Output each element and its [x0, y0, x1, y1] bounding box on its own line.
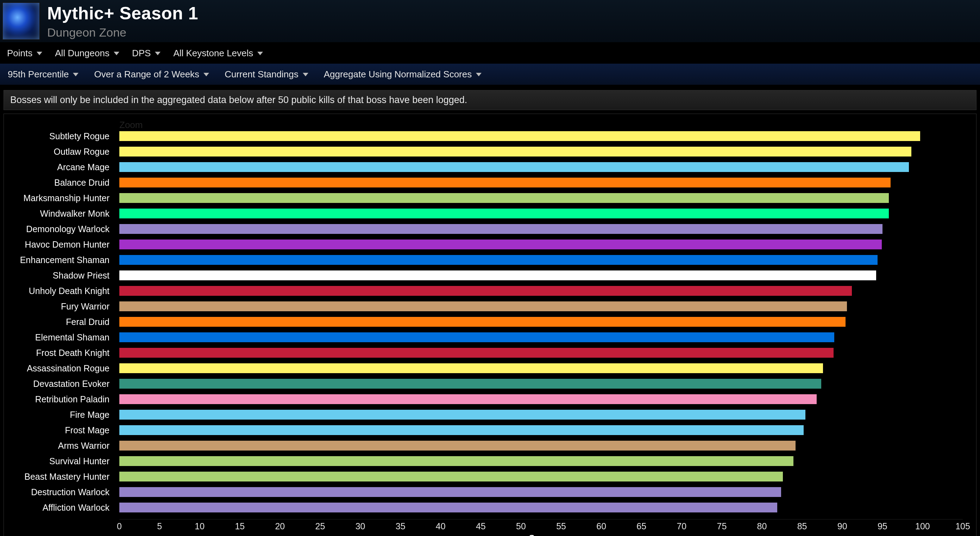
- chart-bar[interactable]: [119, 394, 817, 404]
- dropdown-metric[interactable]: Points: [7, 48, 42, 59]
- dropdown-role[interactable]: DPS: [132, 48, 161, 59]
- chart-row-bar-area: [119, 348, 963, 358]
- page-header: Mythic+ Season 1 Dungeon Zone: [0, 0, 980, 43]
- chart-row-label: Beast Mastery Hunter: [10, 472, 112, 482]
- chart-row-bar-area: [119, 441, 963, 450]
- chart-row-bar-area: [119, 456, 963, 466]
- x-tick: 70: [676, 521, 686, 531]
- chart-bar[interactable]: [119, 162, 909, 172]
- chart-row[interactable]: Unholy Death Knight: [119, 284, 963, 298]
- chart-bar[interactable]: [119, 224, 883, 234]
- chart-bar[interactable]: [119, 193, 889, 203]
- chart-row[interactable]: Shadow Priest: [119, 269, 963, 282]
- chart-bar[interactable]: [119, 332, 834, 342]
- chart-plot-area[interactable]: Zoom Subtlety RogueOutlaw RogueArcane Ma…: [10, 120, 970, 536]
- chart-bar[interactable]: [119, 178, 891, 187]
- chart-row[interactable]: Marksmanship Hunter: [119, 191, 963, 205]
- dropdown-aggregate-label: Aggregate Using Normalized Scores: [324, 69, 472, 80]
- chart-row[interactable]: Devastation Evoker: [119, 377, 963, 390]
- chevron-down-icon: [476, 73, 482, 76]
- chart-row[interactable]: Destruction Warlock: [119, 485, 963, 499]
- chevron-down-icon: [303, 73, 309, 76]
- chart-row[interactable]: Elemental Shaman: [119, 331, 963, 344]
- chart-row[interactable]: Fire Mage: [119, 408, 963, 421]
- chart-row[interactable]: Outlaw Rogue: [119, 145, 963, 158]
- chart-bar[interactable]: [119, 472, 783, 482]
- chart-row[interactable]: Feral Druid: [119, 315, 963, 328]
- chart-row[interactable]: Demonology Warlock: [119, 222, 963, 236]
- chart-bar[interactable]: [119, 286, 852, 296]
- chart-row-bar-area: [119, 224, 963, 234]
- chart-bar[interactable]: [119, 441, 795, 450]
- chart-row[interactable]: Beast Mastery Hunter: [119, 470, 963, 483]
- chart-row[interactable]: Enhancement Shaman: [119, 253, 963, 266]
- chart-row-bar-area: [119, 239, 963, 249]
- x-tick: 80: [757, 521, 767, 531]
- x-tick: 5: [157, 521, 162, 531]
- x-tick: 95: [878, 521, 888, 531]
- chart-row[interactable]: Arms Warrior: [119, 439, 963, 452]
- x-tick: 55: [556, 521, 566, 531]
- chart-row[interactable]: Havoc Demon Hunter: [119, 238, 963, 251]
- chart-row[interactable]: Balance Druid: [119, 176, 963, 189]
- dropdown-dungeons[interactable]: All Dungeons: [55, 48, 119, 59]
- chart-row-label: Enhancement Shaman: [10, 255, 112, 265]
- chart-row-bar-area: [119, 162, 963, 172]
- chart-row-label: Retribution Paladin: [10, 394, 112, 404]
- x-tick: 100: [915, 521, 930, 531]
- chart-bar[interactable]: [119, 209, 889, 219]
- chart-row-label: Havoc Demon Hunter: [10, 239, 112, 250]
- page-title: Mythic+ Season 1: [47, 3, 198, 24]
- chart-row[interactable]: Frost Death Knight: [119, 346, 963, 360]
- chart-bar[interactable]: [119, 301, 847, 311]
- chart-bar[interactable]: [119, 363, 823, 373]
- chart-row-bar-area: [119, 410, 963, 420]
- page-subtitle: Dungeon Zone: [47, 26, 198, 40]
- chart-row-label: Arcane Mage: [10, 162, 112, 172]
- info-note: Bosses will only be included in the aggr…: [3, 90, 977, 110]
- dropdown-keystone[interactable]: All Keystone Levels: [173, 48, 263, 59]
- chart-row[interactable]: Retribution Paladin: [119, 393, 963, 406]
- chart-row-label: Fire Mage: [10, 410, 112, 420]
- chart-row[interactable]: Frost Mage: [119, 423, 963, 437]
- chart-bar[interactable]: [119, 317, 846, 327]
- chart-row[interactable]: Survival Hunter: [119, 454, 963, 468]
- chart-bar[interactable]: [119, 348, 834, 358]
- dropdown-aggregate[interactable]: Aggregate Using Normalized Scores: [324, 69, 482, 80]
- chart-bar[interactable]: [119, 131, 920, 141]
- zone-icon: [2, 2, 40, 40]
- dropdown-percentile[interactable]: 95th Percentile: [8, 69, 78, 80]
- chart-row-label: Survival Hunter: [10, 456, 112, 466]
- chart-bar[interactable]: [119, 425, 803, 435]
- chart-row[interactable]: Windwalker Monk: [119, 207, 963, 220]
- chart-row-label: Outlaw Rogue: [10, 147, 112, 157]
- chart-row-bar-area: [119, 363, 963, 373]
- chart-bar[interactable]: [119, 487, 781, 497]
- chart-row-bar-area: [119, 503, 963, 512]
- x-axis: 0510152025303540455055606570758085909510…: [119, 519, 963, 536]
- chart-bar[interactable]: [119, 503, 777, 512]
- chart-bar[interactable]: [119, 379, 821, 389]
- chart-panel: Zoom Subtlety RogueOutlaw RogueArcane Ma…: [3, 114, 977, 536]
- chart-row[interactable]: Affliction Warlock: [119, 501, 963, 514]
- chart-bar[interactable]: [119, 270, 876, 280]
- x-tick: 10: [195, 521, 205, 531]
- chart-bar[interactable]: [119, 255, 878, 265]
- chart-row[interactable]: Subtlety Rogue: [119, 129, 963, 143]
- dropdown-standings[interactable]: Current Standings: [224, 69, 309, 80]
- chart-row-bar-area: [119, 178, 963, 187]
- chart-row[interactable]: Arcane Mage: [119, 160, 963, 174]
- chart-row-label: Feral Druid: [10, 317, 112, 327]
- chart-bar[interactable]: [119, 410, 805, 420]
- chart-row[interactable]: Assassination Rogue: [119, 362, 963, 375]
- chart-row-label: Destruction Warlock: [10, 487, 112, 497]
- dropdown-role-label: DPS: [132, 48, 151, 59]
- chart-bar[interactable]: [119, 147, 912, 157]
- dropdown-range[interactable]: Over a Range of 2 Weeks: [94, 69, 209, 80]
- header-text: Mythic+ Season 1 Dungeon Zone: [47, 3, 198, 40]
- chart-bar[interactable]: [119, 239, 882, 249]
- dropdown-dungeons-label: All Dungeons: [55, 48, 110, 59]
- chart-row[interactable]: Fury Warrior: [119, 300, 963, 313]
- chart-bar[interactable]: [119, 456, 794, 466]
- x-axis-label: Score: [119, 533, 963, 536]
